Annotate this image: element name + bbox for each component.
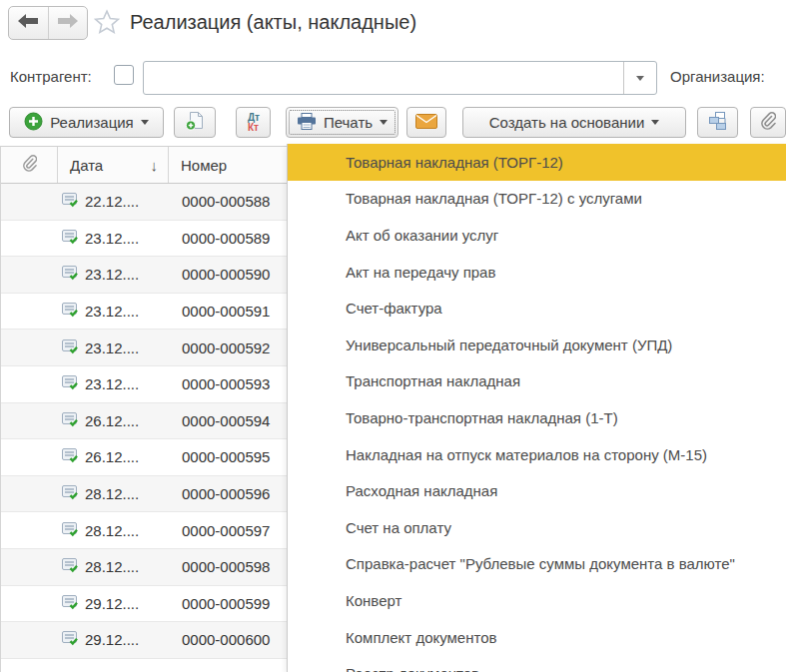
table-row[interactable]: 29.12.... 0000-000600 bbox=[1, 622, 287, 659]
create-realization-label: Реализация bbox=[50, 114, 133, 131]
table-row[interactable]: 28.12.... 0000-000596 bbox=[1, 476, 287, 513]
print-menu-item[interactable]: Акт об оказании услуг bbox=[288, 217, 786, 254]
row-number: 0000-000595 bbox=[169, 448, 287, 465]
credit-label: Кт bbox=[248, 123, 259, 133]
table-row[interactable]: 23.12.... 0000-000589 bbox=[1, 221, 287, 258]
print-menu-item[interactable]: Акт на передачу прав bbox=[288, 254, 786, 291]
counterparty-label: Контрагент: bbox=[10, 68, 92, 85]
posted-document-icon bbox=[62, 265, 79, 284]
posted-document-icon bbox=[62, 374, 79, 393]
sort-descending-icon: ↓ bbox=[151, 157, 159, 174]
row-icon-cell bbox=[1, 302, 85, 321]
page-title: Реализация (акты, накладные) bbox=[130, 11, 416, 34]
row-date: 29.12.... bbox=[85, 595, 169, 612]
table-row[interactable]: 23.12.... 0000-000590 bbox=[1, 257, 287, 294]
counterparty-filter-checkbox[interactable] bbox=[114, 65, 134, 85]
date-column-label: Дата bbox=[70, 157, 103, 174]
print-menu-item[interactable]: Справка-расчет "Рублевые суммы документа… bbox=[288, 546, 786, 583]
print-menu-item[interactable]: Товарно-транспортная накладная (1-Т) bbox=[288, 399, 786, 436]
add-circle-icon bbox=[24, 112, 43, 134]
print-menu-item[interactable]: Счет-фактура bbox=[288, 290, 786, 327]
table-row[interactable]: 26.12.... 0000-000594 bbox=[1, 403, 287, 440]
realization-documents-window: Реализация (акты, накладные) Контрагент:… bbox=[0, 0, 786, 672]
table-header: Дата ↓ Номер bbox=[1, 147, 287, 184]
table-row[interactable]: 23.12.... 0000-000593 bbox=[1, 366, 287, 403]
attachments-button[interactable] bbox=[750, 107, 786, 138]
row-icon-cell bbox=[1, 338, 85, 357]
chevron-down-icon bbox=[636, 76, 644, 81]
posted-document-icon bbox=[62, 338, 79, 357]
row-date: 22.12.... bbox=[85, 193, 169, 210]
print-menu-item[interactable]: Конверт bbox=[288, 582, 786, 619]
attachment-column-header[interactable] bbox=[1, 147, 58, 183]
posted-document-icon bbox=[62, 302, 79, 321]
create-based-on-label: Создать на основании bbox=[489, 114, 645, 131]
print-menu-item[interactable]: Расходная накладная bbox=[288, 472, 786, 509]
row-number: 0000-000593 bbox=[169, 375, 287, 392]
number-column-header[interactable]: Номер bbox=[169, 147, 287, 183]
row-icon-cell bbox=[1, 374, 85, 393]
send-email-button[interactable] bbox=[406, 107, 446, 138]
row-date: 28.12.... bbox=[85, 522, 169, 539]
table-row[interactable]: 28.12.... 0000-000597 bbox=[1, 512, 287, 549]
row-date: 29.12.... bbox=[85, 631, 169, 648]
copy-document-button[interactable] bbox=[174, 107, 216, 138]
documents-table: Дата ↓ Номер 22.12.... 0000-000588 23.12… bbox=[0, 146, 287, 672]
posted-document-icon bbox=[62, 411, 79, 430]
chevron-down-icon bbox=[380, 120, 388, 125]
chevron-down-icon bbox=[141, 120, 149, 125]
print-menu-item[interactable]: Счет на оплату bbox=[288, 509, 786, 546]
printer-icon bbox=[297, 113, 317, 133]
print-menu-item[interactable]: Товарная накладная (ТОРГ-12) с услугами bbox=[288, 181, 786, 218]
print-button[interactable]: Печать bbox=[286, 107, 398, 138]
print-menu-item[interactable]: Товарная накладная (ТОРГ-12) bbox=[288, 144, 786, 181]
print-menu-item[interactable]: Комплект документов bbox=[288, 619, 786, 656]
row-icon-cell bbox=[1, 411, 85, 430]
forward-button[interactable] bbox=[48, 7, 88, 39]
table-row[interactable]: 22.12.... 0000-000588 bbox=[1, 184, 287, 221]
show-postings-button[interactable]: Дт Кт bbox=[236, 107, 271, 138]
row-number: 0000-000592 bbox=[169, 339, 287, 356]
create-realization-button[interactable]: Реализация bbox=[9, 107, 164, 138]
print-menu-item[interactable]: Накладная на отпуск материалов на сторон… bbox=[288, 436, 786, 473]
print-menu-item[interactable]: Универсальный передаточный документ (УПД… bbox=[288, 327, 786, 363]
date-column-header[interactable]: Дата ↓ bbox=[58, 147, 169, 183]
table-row[interactable]: 23.12.... 0000-000591 bbox=[1, 294, 287, 331]
back-button[interactable] bbox=[9, 7, 48, 39]
back-arrow-icon bbox=[18, 14, 38, 32]
debit-label: Дт bbox=[248, 113, 260, 123]
table-row[interactable]: 23.12.... 0000-000592 bbox=[1, 330, 287, 366]
counterparty-combo bbox=[143, 61, 657, 95]
row-date: 28.12.... bbox=[85, 485, 169, 502]
favorite-star-icon[interactable] bbox=[93, 9, 121, 40]
row-date: 26.12.... bbox=[85, 448, 169, 465]
row-icon-cell bbox=[1, 484, 85, 503]
table-row[interactable]: 26.12.... 0000-000595 bbox=[1, 439, 287, 476]
organization-label: Организация: bbox=[670, 68, 765, 85]
posted-document-icon bbox=[62, 521, 79, 540]
posted-document-icon bbox=[62, 447, 79, 466]
row-number: 0000-000594 bbox=[169, 412, 287, 429]
copy-document-icon bbox=[185, 111, 205, 134]
print-menu-item[interactable]: Транспортная накладная bbox=[288, 363, 786, 400]
envelope-icon bbox=[415, 114, 437, 132]
row-icon-cell bbox=[1, 447, 85, 466]
table-row[interactable]: 28.12.... 0000-000598 bbox=[1, 549, 287, 586]
row-date: 23.12.... bbox=[85, 339, 169, 356]
row-date: 23.12.... bbox=[85, 303, 169, 320]
counterparty-input[interactable] bbox=[144, 62, 623, 94]
create-based-on-button[interactable]: Создать на основании bbox=[462, 107, 686, 138]
row-icon-cell bbox=[1, 265, 85, 284]
history-nav-group bbox=[8, 6, 88, 40]
posted-document-icon bbox=[62, 557, 79, 576]
table-row[interactable]: 29.12.... 0000-000599 bbox=[1, 586, 287, 623]
row-icon-cell bbox=[1, 192, 85, 211]
print-menu-item[interactable]: Реестр документов bbox=[288, 655, 786, 672]
counterparty-dropdown-button[interactable] bbox=[623, 62, 656, 94]
table-body: 22.12.... 0000-000588 23.12.... 0000-000… bbox=[1, 184, 287, 659]
chevron-down-icon bbox=[651, 120, 659, 125]
related-documents-button[interactable] bbox=[697, 107, 738, 138]
document-structure-icon bbox=[708, 112, 727, 133]
row-date: 23.12.... bbox=[85, 230, 169, 247]
row-date: 23.12.... bbox=[85, 266, 169, 283]
